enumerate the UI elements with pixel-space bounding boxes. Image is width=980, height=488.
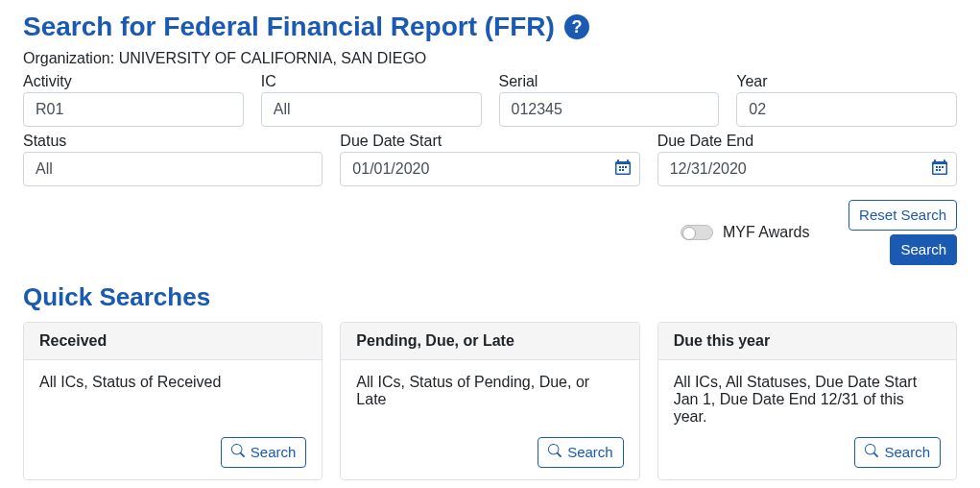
due-end-group: Due Date End [657,133,957,186]
serial-label: Serial [499,73,720,90]
page-title-text: Search for Federal Financial Report (FFR… [23,12,555,42]
reset-search-button[interactable]: Reset Search [849,200,957,231]
ic-input[interactable] [261,92,482,127]
serial-group: Serial [499,73,720,127]
quick-card-title: Due this year [658,323,956,360]
quick-card-desc: All ICs, All Statuses, Due Date Start Ja… [674,374,941,426]
ic-group: IC [261,73,482,127]
search-icon [231,444,245,461]
due-start-input[interactable] [340,152,639,186]
quick-card-received: Received All ICs, Status of Received Sea… [23,322,323,480]
quick-card-title: Received [24,323,322,360]
activity-input[interactable] [23,92,244,127]
status-label: Status [23,133,323,150]
quick-card-due-year: Due this year All ICs, All Statuses, Due… [657,322,957,480]
ic-label: IC [261,73,482,90]
quick-search-button[interactable]: Search [221,437,307,468]
status-input[interactable] [23,152,323,186]
quick-searches-title: Quick Searches [23,282,957,312]
quick-search-label: Search [884,444,930,461]
due-end-input[interactable] [657,152,957,186]
page-title: Search for Federal Financial Report (FFR… [23,12,957,42]
organization-value: UNIVERSITY OF CALIFORNIA, SAN DIEGO [119,50,427,66]
quick-search-button[interactable]: Search [854,437,941,468]
quick-card-pending: Pending, Due, or Late All ICs, Status of… [340,322,639,480]
organization-label: Organization: [23,50,114,66]
serial-input[interactable] [499,92,720,127]
quick-card-desc: All ICs, Status of Received [39,374,306,426]
quick-search-label: Search [251,444,297,461]
quick-card-title: Pending, Due, or Late [341,323,638,360]
year-input[interactable] [736,92,957,127]
search-icon [865,444,878,461]
organization-line: Organization: UNIVERSITY OF CALIFORNIA, … [23,50,957,67]
year-label: Year [736,73,957,90]
year-group: Year [736,73,957,127]
due-start-group: Due Date Start [340,133,639,186]
status-group: Status [23,133,323,186]
myf-toggle[interactable] [681,225,713,240]
quick-search-button[interactable]: Search [538,437,624,468]
activity-label: Activity [23,73,244,90]
quick-card-desc: All ICs, Status of Pending, Due, or Late [356,374,623,426]
myf-label: MYF Awards [723,224,809,241]
due-end-label: Due Date End [657,133,957,150]
activity-group: Activity [23,73,244,127]
search-button[interactable]: Search [890,234,957,265]
quick-search-label: Search [567,444,613,461]
help-icon[interactable]: ? [564,14,589,39]
search-icon [548,444,562,461]
due-start-label: Due Date Start [340,133,639,150]
